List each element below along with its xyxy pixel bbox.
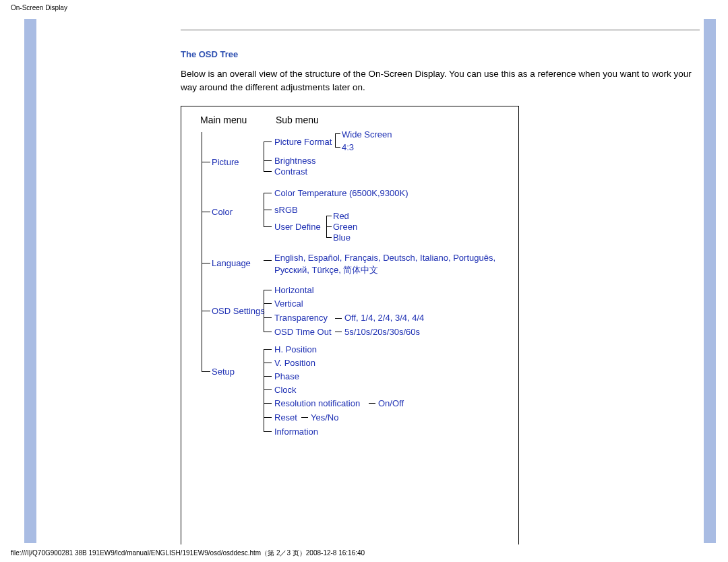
sub-osd-timeout: OSD Time Out	[274, 327, 332, 337]
menu-language: Language	[212, 258, 251, 268]
sub-resolution-notif: Resolution notification	[274, 398, 360, 408]
opt-resolution-notif-values: On/Off	[378, 398, 404, 408]
osd-tree-diagram: Main menu Sub menu Picture Color Languag…	[181, 106, 519, 544]
sub-phase: Phase	[274, 371, 299, 381]
sub-color-temp: Color Temperature (6500K,9300K)	[274, 188, 408, 198]
opt-red: Red	[333, 211, 349, 221]
menu-osd-settings: OSD Settings	[212, 306, 265, 316]
menu-color: Color	[212, 207, 233, 217]
sub-vertical: Vertical	[274, 299, 303, 309]
content-area: The OSD Tree Below is an overall view of…	[181, 26, 700, 544]
sub-srgb: sRGB	[274, 205, 298, 215]
sub-horizontal: Horizontal	[274, 285, 314, 295]
page-header: On-Screen Display	[11, 4, 67, 11]
col-main-menu: Main menu	[200, 115, 247, 125]
sub-information: Information	[274, 427, 318, 437]
col-sub-menu: Sub menu	[276, 115, 319, 125]
sub-h-position: H. Position	[274, 344, 317, 354]
sub-languages: English, Español, Français, Deutsch, Ita…	[274, 252, 510, 276]
decorative-bar-left	[24, 19, 36, 543]
opt-transparency-values: Off, 1/4, 2/4, 3/4, 4/4	[344, 313, 424, 323]
page-footer: file:///I|/Q70G900281 38B 191EW9/lcd/man…	[11, 549, 365, 558]
sub-brightness: Brightness	[274, 156, 315, 166]
opt-4-3: 4:3	[342, 142, 354, 152]
opt-reset-values: Yes/No	[311, 412, 338, 423]
sub-user-define: User Define	[274, 222, 321, 232]
menu-setup: Setup	[212, 367, 235, 377]
opt-blue: Blue	[333, 232, 351, 243]
menu-picture: Picture	[212, 157, 239, 167]
sub-transparency: Transparency	[274, 313, 328, 323]
sub-clock: Clock	[274, 385, 297, 395]
body-paragraph: Below is an overall view of the structur…	[181, 67, 700, 94]
sub-picture-format: Picture Format	[274, 137, 332, 147]
opt-green: Green	[333, 222, 357, 232]
opt-wide-screen: Wide Screen	[342, 129, 392, 139]
divider	[181, 30, 700, 30]
section-title: The OSD Tree	[181, 49, 700, 59]
sub-contrast: Contrast	[274, 166, 307, 177]
sub-reset: Reset	[274, 412, 297, 423]
sub-v-position: V. Position	[274, 358, 315, 368]
decorative-bar-right	[704, 19, 716, 543]
opt-osd-timeout-values: 5s/10s/20s/30s/60s	[344, 327, 420, 337]
